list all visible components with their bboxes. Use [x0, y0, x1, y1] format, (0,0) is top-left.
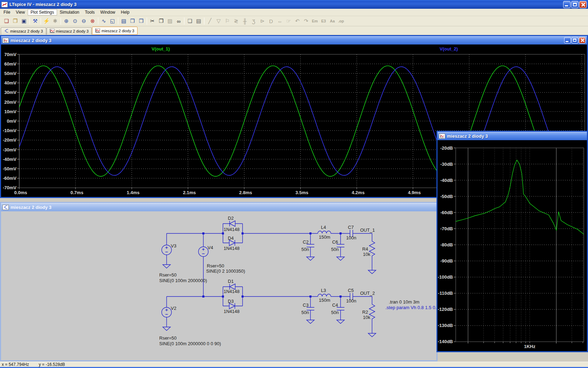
tile-horizontally-button[interactable]: ▤ [119, 17, 128, 25]
waveform-icon [50, 29, 55, 34]
tile-vertically-button[interactable]: ❒ [128, 17, 137, 25]
tab-bar: mieszacz 2 diody 3mieszacz 2 diody 3mies… [0, 26, 588, 35]
place-capacitor-button: ╫ [240, 17, 249, 25]
place-ground-button: ▽ [214, 17, 223, 25]
schematic-window-titlebar[interactable]: mieszacz 2 diody 3 [1, 203, 436, 211]
label-d2: D2 [228, 216, 234, 221]
waveform-close-button[interactable] [579, 37, 586, 43]
menu-item-view[interactable]: View [13, 9, 28, 15]
waveform-minimize-button[interactable] [564, 37, 571, 43]
label-d1-model: 1N4148 [224, 289, 240, 294]
tab-2[interactable]: mieszacz 2 diody 3 [47, 27, 92, 35]
capacitor-c6[interactable] [337, 233, 344, 257]
db-axis-tick-label: -120dB [438, 307, 453, 312]
waveform-restore-button[interactable] [572, 37, 578, 43]
voltage-source-v3[interactable] [162, 245, 172, 255]
new-schematic-button[interactable]: ❏ [2, 17, 11, 25]
menu-item-tools[interactable]: Tools [82, 9, 98, 15]
spectrum-plot[interactable]: -20dB-30dB-40dB-50dB-60dB-70dB-80dB-90dB… [438, 140, 587, 352]
print-button[interactable]: ▤ [194, 17, 203, 25]
ground-symbol[interactable] [163, 257, 376, 337]
zoom-fit-button[interactable]: ⊗ [88, 17, 97, 25]
y-axis-tick-label: -20mV [3, 137, 16, 143]
diode-d3[interactable] [223, 303, 243, 309]
plot-pan-button[interactable]: ◱ [108, 17, 117, 25]
db-axis-tick-label: -70dB [440, 226, 453, 231]
tab-1[interactable]: mieszacz 2 diody 3 [1, 27, 46, 35]
label-d2-model: 1N4148 [224, 227, 240, 232]
y-axis-tick-label: -30mV [3, 147, 16, 152]
x-axis-tick-label: 3.5ms [295, 190, 308, 195]
print-preview-button[interactable]: ❏ [186, 17, 194, 25]
label-l3: L3 [321, 288, 326, 293]
zoom-in-button[interactable]: ⊕ [62, 17, 71, 25]
capacitor-c3[interactable] [307, 297, 314, 320]
label-v2: V2 [171, 306, 176, 311]
cut-button[interactable]: ✂ [148, 17, 157, 25]
inductor-l4[interactable] [318, 231, 331, 233]
voltage-source-v2[interactable] [162, 307, 172, 317]
db-axis-tick-label: -130dB [438, 323, 453, 328]
find-button[interactable]: ∞ [174, 17, 183, 25]
freq-axis-label: 1KHz [524, 344, 536, 349]
voltage-source-v4[interactable] [198, 247, 208, 257]
label-l4-value: 150m [319, 234, 330, 240]
diode-d4[interactable] [223, 240, 243, 246]
ltspice-logo-icon [1, 2, 8, 7]
spice-directive-button: .op [337, 17, 345, 25]
place-component-button: D [267, 17, 275, 25]
save-button[interactable]: ▣ [20, 17, 28, 25]
toolbar-separator [61, 18, 61, 25]
waveform-icon [95, 28, 100, 33]
waveform-window-title: mieszacz 2 diody 3 [10, 38, 51, 43]
inductor-l3[interactable] [318, 294, 331, 297]
schematic-icon [4, 29, 9, 34]
window-title: LTspice IV - mieszacz 2 diody 3 [9, 2, 77, 7]
legend-vout2: V(out_2) [440, 46, 458, 52]
close-button[interactable] [579, 1, 587, 8]
capacitor-c4[interactable] [337, 297, 344, 320]
place-inductor-button: Ʒ [249, 17, 258, 25]
label-out2: OUT_2 [360, 291, 375, 296]
schematic-canvas[interactable]: V3 V4 V2 D2 1N4148 D4 1N4148 D1 1N4148 D… [1, 211, 436, 360]
tab-3-active[interactable]: mieszacz 2 diody 3 [92, 27, 138, 35]
menu-item-simulation[interactable]: Simulation [57, 9, 82, 15]
minimize-icon [566, 41, 568, 42]
label-c3-value: 50n [301, 310, 309, 315]
y-axis-tick-label: 60mV [4, 61, 16, 67]
zoom-out-button[interactable]: ⊖ [79, 17, 88, 25]
menu-item-plot-settings[interactable]: Plot Settings [28, 9, 57, 15]
cascade-windows-button[interactable]: ❒ [137, 17, 146, 25]
autorange-y-button[interactable]: ∿ [99, 17, 108, 25]
label-c5: C5 [348, 288, 354, 293]
db-axis-tick-label: -40dB [440, 178, 453, 183]
status-bar: x = 547.794Hz y = -16.528dB [0, 362, 588, 368]
zoom-area-button[interactable]: ⊙ [71, 17, 79, 25]
control-panel-button[interactable]: ⚒ [31, 17, 40, 25]
label-c4: C4 [332, 302, 338, 308]
copy-button[interactable]: ❐ [157, 17, 166, 25]
minimize-button[interactable] [563, 1, 570, 8]
menu-item-file[interactable]: File [1, 9, 13, 15]
menu-item-help[interactable]: Help [118, 9, 132, 15]
maximize-icon [573, 3, 577, 6]
x-axis-tick-label: 2.1ms [183, 190, 196, 195]
y-axis-tick-label: 30mV [4, 90, 16, 95]
capacitor-c2[interactable] [307, 233, 314, 257]
label-c6-value: 50n [331, 247, 339, 252]
menu-item-window[interactable]: Window [98, 9, 118, 15]
waveform-window-titlebar[interactable]: mieszacz 2 diody 3 [1, 36, 587, 45]
open-file-button[interactable]: ❐ [11, 17, 20, 25]
title-bar[interactable]: LTspice IV - mieszacz 2 diody 3 [0, 0, 588, 9]
x-axis-tick-label: 4.9ms [408, 190, 421, 195]
cursor-x-readout: x = 547.794Hz [2, 362, 29, 367]
maximize-button[interactable] [571, 1, 579, 8]
tab-label: mieszacz 2 diody 3 [102, 29, 134, 33]
waveform-icon [439, 134, 445, 139]
cursor-y-readout: y = -16.528dB [39, 362, 65, 367]
spectrum-window-titlebar[interactable]: mieszacz 2 diody 3 [438, 132, 587, 140]
label-out1: OUT_1 [360, 227, 375, 233]
spectrum-window-title: mieszacz 2 diody 3 [447, 134, 488, 139]
tab-label: mieszacz 2 diody 3 [56, 29, 89, 33]
label-d3-model: 1N4148 [224, 309, 240, 314]
